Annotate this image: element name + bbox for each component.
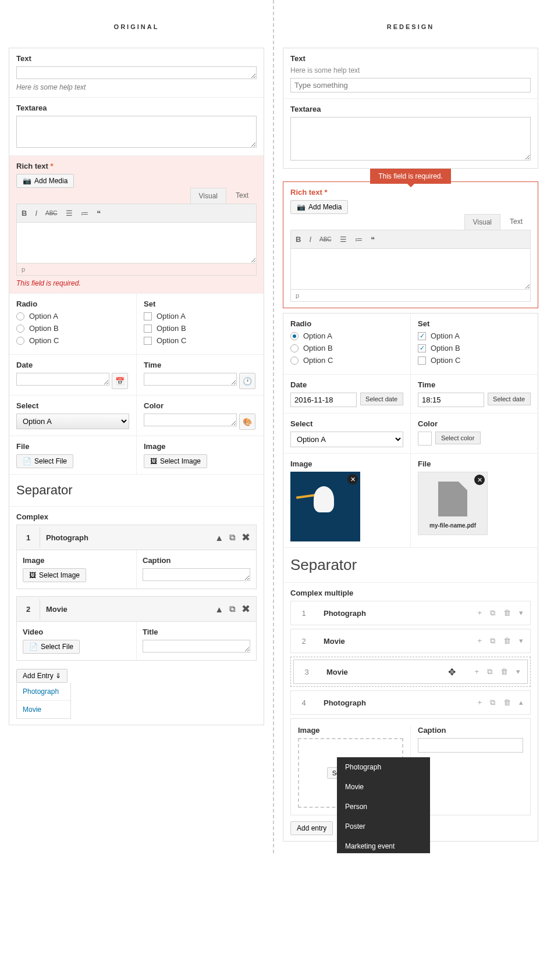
date-input[interactable] (290, 393, 357, 407)
remove-icon[interactable]: ✕ (474, 475, 485, 485)
trash-icon[interactable]: 🗑 (503, 636, 511, 646)
menu-item[interactable]: Movie (337, 777, 430, 797)
check-option[interactable]: Option C (144, 336, 257, 345)
check-option[interactable]: Option C (418, 356, 531, 365)
add-entry-button[interactable]: Add entry (290, 821, 333, 835)
menu-item[interactable]: Person (337, 797, 430, 817)
add-option[interactable]: Movie (17, 700, 70, 718)
trash-icon[interactable]: 🗑 (500, 667, 508, 676)
file-thumbnail[interactable]: ✕ my-file-name.pdf (418, 472, 488, 535)
add-entry-menu: Photograph Movie Person Poster Marketing… (337, 757, 430, 853)
editor-body[interactable] (290, 249, 531, 290)
trash-icon[interactable]: 🗑 (503, 698, 511, 707)
file-name: my-file-name.pdf (424, 522, 481, 529)
add-media-button[interactable]: 📷 Add Media (16, 174, 74, 188)
editor-toolbar: BI ABC ☰≔❝ (16, 204, 257, 223)
add-entry-button[interactable]: Add Entry ⇓ (16, 669, 68, 683)
select-date-button[interactable]: Select date (488, 393, 531, 405)
delete-icon[interactable]: ✖ (241, 603, 250, 615)
time-input[interactable] (418, 393, 484, 407)
check-option[interactable]: Option B (144, 324, 257, 333)
redesign-heading: REDESIGN (283, 12, 538, 48)
select-file-button[interactable]: 📄 Select File (16, 454, 73, 468)
collapse-icon[interactable]: ▲ (215, 604, 223, 614)
image-thumbnail[interactable]: ✕ (290, 472, 360, 541)
radio-option[interactable]: Option B (16, 324, 129, 333)
color-swatch[interactable] (418, 432, 432, 446)
editor-body[interactable] (16, 223, 257, 263)
image-label: Image (298, 726, 403, 735)
text-input[interactable] (16, 66, 257, 79)
add-icon[interactable]: + (477, 608, 482, 618)
collapse-icon[interactable]: ▲ (215, 533, 223, 543)
remove-icon[interactable]: ✕ (347, 474, 358, 484)
copy-icon[interactable]: ⧉ (229, 532, 236, 543)
select-file-button[interactable]: 📄 Select File (23, 640, 80, 654)
color-label: Color (418, 419, 531, 428)
textarea-label: Textarea (290, 105, 531, 113)
text-tab[interactable]: Text (502, 214, 531, 230)
check-option[interactable]: Option A (144, 312, 257, 320)
trash-icon[interactable]: 🗑 (503, 608, 511, 618)
add-media-button[interactable]: 📷 Add Media (290, 200, 348, 214)
add-icon[interactable]: + (477, 698, 482, 707)
caption-input[interactable] (418, 738, 523, 753)
date-input[interactable] (16, 373, 109, 386)
complex-row-dragging[interactable]: 3 Movie ✥ +⧉🗑▾ (293, 660, 528, 684)
caption-input[interactable] (143, 568, 250, 581)
menu-item[interactable]: Photograph (337, 757, 430, 777)
select-input[interactable]: Option A (290, 432, 403, 447)
select-color-button[interactable]: Select color (435, 432, 481, 444)
time-label: Time (144, 361, 257, 369)
editor-toolbar: BI ABC ☰≔❝ (290, 230, 531, 249)
text-input[interactable] (290, 78, 531, 92)
color-input[interactable] (144, 414, 237, 426)
check-option[interactable]: ✓Option A (418, 332, 531, 340)
radio-option[interactable]: Option A (16, 312, 129, 320)
select-image-button[interactable]: 🖼 Select Image (144, 454, 207, 468)
copy-icon[interactable]: ⧉ (229, 604, 236, 614)
caption-label: Caption (143, 556, 250, 565)
radio-option[interactable]: Option C (290, 356, 403, 365)
copy-icon[interactable]: ⧉ (490, 698, 495, 707)
complex-row[interactable]: 2 Movie +⧉🗑▾ (290, 629, 531, 653)
copy-icon[interactable]: ⧉ (490, 608, 495, 618)
complex-title: Photograph (40, 528, 209, 548)
add-icon[interactable]: + (474, 667, 479, 676)
visual-tab[interactable]: Visual (190, 188, 226, 204)
select-image-button[interactable]: 🖼 Select Image (23, 568, 86, 582)
textarea-input[interactable] (290, 117, 531, 161)
copy-icon[interactable]: ⧉ (490, 636, 495, 646)
complex-row[interactable]: 4 Photograph +⧉🗑▴ (290, 690, 531, 715)
select-date-button[interactable]: Select date (360, 393, 403, 405)
radio-option[interactable]: Option A (290, 332, 403, 340)
add-icon[interactable]: + (477, 636, 482, 646)
delete-icon[interactable]: ✖ (241, 531, 250, 544)
clock-icon[interactable]: 🕐 (239, 373, 255, 389)
chevron-icon[interactable]: ▾ (519, 608, 523, 618)
title-input[interactable] (143, 640, 250, 653)
drag-handle-icon[interactable]: ✥ (436, 667, 467, 678)
menu-item[interactable]: Poster (337, 817, 430, 836)
visual-tab[interactable]: Visual (464, 214, 500, 230)
chevron-up-icon[interactable]: ▴ (519, 698, 523, 707)
add-option[interactable]: Photograph (17, 683, 70, 700)
time-input[interactable] (144, 373, 237, 386)
textarea-input[interactable] (16, 116, 257, 148)
color-picker-icon[interactable]: 🎨 (239, 414, 255, 430)
menu-item[interactable]: Marketing event (337, 836, 430, 853)
copy-icon[interactable]: ⧉ (487, 667, 492, 676)
complex-row[interactable]: 1 Photograph +⧉🗑▾ (290, 601, 531, 625)
check-option[interactable]: ✓Option B (418, 344, 531, 352)
calendar-icon[interactable]: 📅 (112, 373, 128, 389)
complex-label: Complex (16, 512, 257, 521)
select-input[interactable]: Option A (16, 414, 129, 429)
radio-option[interactable]: Option B (290, 344, 403, 352)
chevron-icon[interactable]: ▾ (516, 667, 520, 676)
chevron-icon[interactable]: ▾ (519, 636, 523, 646)
radio-option[interactable]: Option C (16, 336, 129, 345)
text-tab[interactable]: Text (228, 188, 257, 204)
editor-path: p (290, 290, 531, 302)
original-heading: ORIGINAL (9, 12, 264, 48)
select-label: Select (290, 419, 403, 428)
